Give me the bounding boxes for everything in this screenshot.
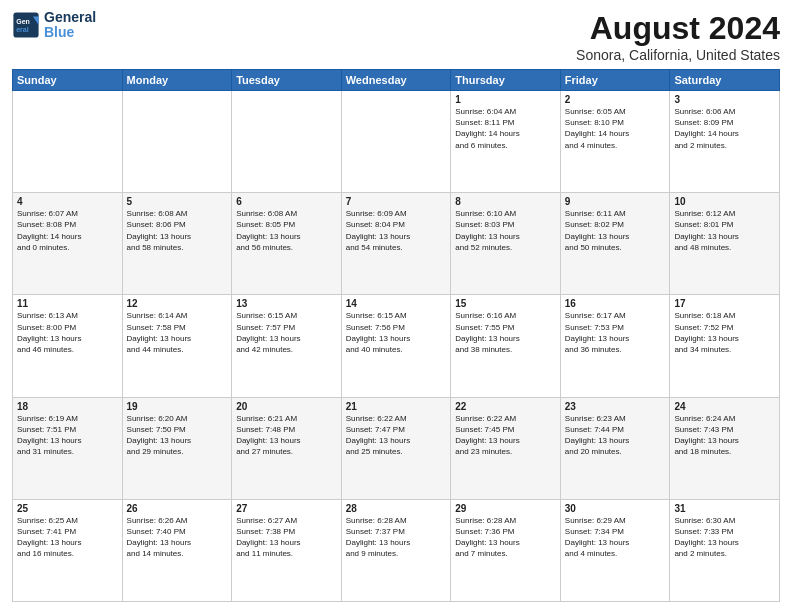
- day-cell: 8Sunrise: 6:10 AM Sunset: 8:03 PM Daylig…: [451, 193, 561, 295]
- day-cell: 18Sunrise: 6:19 AM Sunset: 7:51 PM Dayli…: [13, 397, 123, 499]
- col-header-sunday: Sunday: [13, 70, 123, 91]
- day-number: 19: [127, 401, 228, 412]
- day-number: 27: [236, 503, 337, 514]
- main-title: August 2024: [576, 10, 780, 47]
- day-info: Sunrise: 6:04 AM Sunset: 8:11 PM Dayligh…: [455, 106, 556, 151]
- day-info: Sunrise: 6:17 AM Sunset: 7:53 PM Dayligh…: [565, 310, 666, 355]
- week-row-2: 11Sunrise: 6:13 AM Sunset: 8:00 PM Dayli…: [13, 295, 780, 397]
- day-cell: 15Sunrise: 6:16 AM Sunset: 7:55 PM Dayli…: [451, 295, 561, 397]
- day-number: 10: [674, 196, 775, 207]
- day-cell: 29Sunrise: 6:28 AM Sunset: 7:36 PM Dayli…: [451, 499, 561, 601]
- day-cell: [122, 91, 232, 193]
- svg-text:eral: eral: [16, 26, 29, 33]
- day-info: Sunrise: 6:15 AM Sunset: 7:57 PM Dayligh…: [236, 310, 337, 355]
- day-info: Sunrise: 6:12 AM Sunset: 8:01 PM Dayligh…: [674, 208, 775, 253]
- day-number: 29: [455, 503, 556, 514]
- col-header-thursday: Thursday: [451, 70, 561, 91]
- day-cell: 3Sunrise: 6:06 AM Sunset: 8:09 PM Daylig…: [670, 91, 780, 193]
- day-number: 13: [236, 298, 337, 309]
- week-row-4: 25Sunrise: 6:25 AM Sunset: 7:41 PM Dayli…: [13, 499, 780, 601]
- day-cell: 10Sunrise: 6:12 AM Sunset: 8:01 PM Dayli…: [670, 193, 780, 295]
- day-info: Sunrise: 6:09 AM Sunset: 8:04 PM Dayligh…: [346, 208, 447, 253]
- logo-line1: General: [44, 10, 96, 25]
- calendar-header-row: SundayMondayTuesdayWednesdayThursdayFrid…: [13, 70, 780, 91]
- day-cell: 13Sunrise: 6:15 AM Sunset: 7:57 PM Dayli…: [232, 295, 342, 397]
- day-info: Sunrise: 6:14 AM Sunset: 7:58 PM Dayligh…: [127, 310, 228, 355]
- day-cell: [232, 91, 342, 193]
- day-number: 12: [127, 298, 228, 309]
- col-header-saturday: Saturday: [670, 70, 780, 91]
- logo-line2: Blue: [44, 25, 96, 40]
- week-row-1: 4Sunrise: 6:07 AM Sunset: 8:08 PM Daylig…: [13, 193, 780, 295]
- day-number: 6: [236, 196, 337, 207]
- day-cell: [341, 91, 451, 193]
- day-cell: 24Sunrise: 6:24 AM Sunset: 7:43 PM Dayli…: [670, 397, 780, 499]
- day-cell: 4Sunrise: 6:07 AM Sunset: 8:08 PM Daylig…: [13, 193, 123, 295]
- day-info: Sunrise: 6:29 AM Sunset: 7:34 PM Dayligh…: [565, 515, 666, 560]
- col-header-tuesday: Tuesday: [232, 70, 342, 91]
- day-info: Sunrise: 6:24 AM Sunset: 7:43 PM Dayligh…: [674, 413, 775, 458]
- day-info: Sunrise: 6:23 AM Sunset: 7:44 PM Dayligh…: [565, 413, 666, 458]
- day-info: Sunrise: 6:26 AM Sunset: 7:40 PM Dayligh…: [127, 515, 228, 560]
- svg-rect-0: [13, 13, 38, 38]
- day-number: 2: [565, 94, 666, 105]
- day-number: 11: [17, 298, 118, 309]
- day-info: Sunrise: 6:11 AM Sunset: 8:02 PM Dayligh…: [565, 208, 666, 253]
- day-number: 8: [455, 196, 556, 207]
- day-info: Sunrise: 6:13 AM Sunset: 8:00 PM Dayligh…: [17, 310, 118, 355]
- day-info: Sunrise: 6:22 AM Sunset: 7:47 PM Dayligh…: [346, 413, 447, 458]
- day-number: 20: [236, 401, 337, 412]
- day-info: Sunrise: 6:18 AM Sunset: 7:52 PM Dayligh…: [674, 310, 775, 355]
- day-cell: 20Sunrise: 6:21 AM Sunset: 7:48 PM Dayli…: [232, 397, 342, 499]
- day-cell: 27Sunrise: 6:27 AM Sunset: 7:38 PM Dayli…: [232, 499, 342, 601]
- day-cell: 22Sunrise: 6:22 AM Sunset: 7:45 PM Dayli…: [451, 397, 561, 499]
- day-number: 15: [455, 298, 556, 309]
- day-info: Sunrise: 6:15 AM Sunset: 7:56 PM Dayligh…: [346, 310, 447, 355]
- day-number: 16: [565, 298, 666, 309]
- day-number: 3: [674, 94, 775, 105]
- logo: Gen eral General Blue: [12, 10, 96, 41]
- col-header-monday: Monday: [122, 70, 232, 91]
- day-number: 18: [17, 401, 118, 412]
- day-number: 30: [565, 503, 666, 514]
- day-info: Sunrise: 6:10 AM Sunset: 8:03 PM Dayligh…: [455, 208, 556, 253]
- calendar-table: SundayMondayTuesdayWednesdayThursdayFrid…: [12, 69, 780, 602]
- day-number: 4: [17, 196, 118, 207]
- day-number: 17: [674, 298, 775, 309]
- day-info: Sunrise: 6:20 AM Sunset: 7:50 PM Dayligh…: [127, 413, 228, 458]
- day-info: Sunrise: 6:30 AM Sunset: 7:33 PM Dayligh…: [674, 515, 775, 560]
- day-info: Sunrise: 6:28 AM Sunset: 7:37 PM Dayligh…: [346, 515, 447, 560]
- day-number: 14: [346, 298, 447, 309]
- day-cell: 31Sunrise: 6:30 AM Sunset: 7:33 PM Dayli…: [670, 499, 780, 601]
- day-cell: 12Sunrise: 6:14 AM Sunset: 7:58 PM Dayli…: [122, 295, 232, 397]
- day-cell: 16Sunrise: 6:17 AM Sunset: 7:53 PM Dayli…: [560, 295, 670, 397]
- svg-text:Gen: Gen: [16, 18, 30, 25]
- day-info: Sunrise: 6:06 AM Sunset: 8:09 PM Dayligh…: [674, 106, 775, 151]
- day-info: Sunrise: 6:08 AM Sunset: 8:06 PM Dayligh…: [127, 208, 228, 253]
- day-number: 9: [565, 196, 666, 207]
- day-number: 26: [127, 503, 228, 514]
- day-info: Sunrise: 6:08 AM Sunset: 8:05 PM Dayligh…: [236, 208, 337, 253]
- day-cell: 9Sunrise: 6:11 AM Sunset: 8:02 PM Daylig…: [560, 193, 670, 295]
- header: Gen eral General Blue August 2024 Sonora…: [12, 10, 780, 63]
- day-info: Sunrise: 6:28 AM Sunset: 7:36 PM Dayligh…: [455, 515, 556, 560]
- day-cell: 26Sunrise: 6:26 AM Sunset: 7:40 PM Dayli…: [122, 499, 232, 601]
- day-cell: 2Sunrise: 6:05 AM Sunset: 8:10 PM Daylig…: [560, 91, 670, 193]
- day-cell: 19Sunrise: 6:20 AM Sunset: 7:50 PM Dayli…: [122, 397, 232, 499]
- day-cell: 25Sunrise: 6:25 AM Sunset: 7:41 PM Dayli…: [13, 499, 123, 601]
- day-number: 7: [346, 196, 447, 207]
- day-cell: 14Sunrise: 6:15 AM Sunset: 7:56 PM Dayli…: [341, 295, 451, 397]
- day-info: Sunrise: 6:21 AM Sunset: 7:48 PM Dayligh…: [236, 413, 337, 458]
- subtitle: Sonora, California, United States: [576, 47, 780, 63]
- day-number: 24: [674, 401, 775, 412]
- day-cell: 5Sunrise: 6:08 AM Sunset: 8:06 PM Daylig…: [122, 193, 232, 295]
- title-block: August 2024 Sonora, California, United S…: [576, 10, 780, 63]
- col-header-friday: Friday: [560, 70, 670, 91]
- logo-icon: Gen eral: [12, 11, 40, 39]
- day-number: 21: [346, 401, 447, 412]
- day-cell: 7Sunrise: 6:09 AM Sunset: 8:04 PM Daylig…: [341, 193, 451, 295]
- day-cell: 1Sunrise: 6:04 AM Sunset: 8:11 PM Daylig…: [451, 91, 561, 193]
- day-number: 23: [565, 401, 666, 412]
- day-number: 25: [17, 503, 118, 514]
- day-cell: 11Sunrise: 6:13 AM Sunset: 8:00 PM Dayli…: [13, 295, 123, 397]
